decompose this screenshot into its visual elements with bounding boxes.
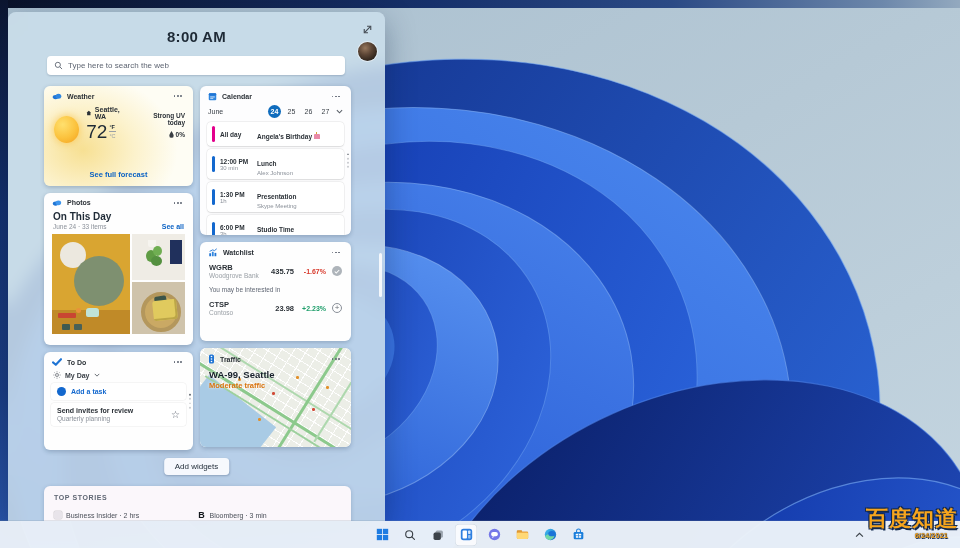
photo-grid bbox=[44, 234, 193, 334]
precipitation-value: 0% bbox=[176, 131, 185, 138]
photo-thumbnail[interactable] bbox=[52, 234, 130, 334]
watchlist-widget-icon bbox=[208, 248, 218, 257]
event-color-bar bbox=[212, 189, 215, 205]
expand-panel-button[interactable] bbox=[358, 20, 376, 38]
widget-title: Photos bbox=[67, 199, 91, 206]
story-source: Bloomberg · 3 min bbox=[210, 512, 267, 519]
added-check-icon[interactable] bbox=[332, 266, 342, 276]
todo-widget[interactable]: To Do My Day bbox=[44, 352, 193, 450]
plus-icon: + bbox=[57, 387, 66, 396]
stock-row[interactable]: WGRB Woodgrove Bank 435.75 -1.67% bbox=[200, 259, 351, 283]
widget-title: Traffic bbox=[220, 356, 241, 363]
widgets-grid: Weather Seattle, WA bbox=[44, 86, 351, 450]
home-location-icon bbox=[86, 110, 92, 116]
traffic-status: Moderate traffic bbox=[200, 380, 351, 391]
widget-menu-button[interactable] bbox=[171, 358, 185, 366]
taskbar-search-button[interactable] bbox=[400, 524, 421, 545]
edge-browser-button[interactable] bbox=[540, 524, 561, 545]
sun-icon bbox=[53, 371, 61, 379]
weather-location: Seattle, WA bbox=[95, 106, 131, 120]
widget-menu-button[interactable] bbox=[171, 92, 185, 100]
chat-button[interactable] bbox=[484, 524, 505, 545]
screen-left-edge bbox=[0, 0, 8, 521]
traffic-widget-icon bbox=[208, 354, 215, 364]
chevron-down-icon[interactable] bbox=[336, 109, 343, 114]
stock-symbol: WGRB bbox=[209, 263, 259, 272]
suggestion-label: You may be interested in bbox=[200, 283, 351, 296]
sunny-icon bbox=[54, 116, 79, 143]
todo-widget-icon bbox=[52, 358, 62, 366]
stock-price: 435.75 bbox=[271, 267, 294, 276]
weather-widget-icon bbox=[52, 92, 62, 100]
add-task-button[interactable]: + Add a task bbox=[51, 383, 186, 400]
calendar-widget[interactable]: Calendar June 24 25 26 27 bbox=[200, 86, 351, 235]
panel-scrollbar[interactable] bbox=[379, 253, 382, 297]
widgets-icon bbox=[459, 528, 473, 542]
my-day-selector[interactable]: My Day bbox=[44, 368, 193, 383]
date-pill[interactable]: 27 bbox=[319, 105, 332, 118]
widget-menu-button[interactable] bbox=[171, 199, 185, 207]
photos-meta: June 24 · 33 items bbox=[53, 223, 106, 230]
search-icon bbox=[404, 528, 417, 541]
task-view-button[interactable] bbox=[428, 524, 449, 545]
desktop: 8:00 AM bbox=[0, 0, 960, 548]
taskbar bbox=[0, 521, 960, 548]
search-icon bbox=[54, 61, 63, 70]
widget-title: Watchlist bbox=[223, 249, 254, 256]
file-explorer-button[interactable] bbox=[512, 524, 533, 545]
stock-company: Contoso bbox=[209, 309, 233, 316]
widget-menu-button[interactable] bbox=[329, 249, 343, 257]
date-pill[interactable]: 25 bbox=[285, 105, 298, 118]
photo-thumbnail[interactable] bbox=[132, 234, 185, 280]
start-button[interactable] bbox=[372, 524, 393, 545]
traffic-widget[interactable]: Traffic WA-99, Seattle Moderate traffic bbox=[200, 348, 351, 447]
photos-widget[interactable]: Photos On This Day June 24 · 33 items Se… bbox=[44, 193, 193, 345]
stock-symbol: CTSP bbox=[209, 300, 233, 309]
task-subtitle: Quarterly planning bbox=[57, 415, 133, 422]
news-story[interactable]: Business Insider · 2 hrs bbox=[54, 511, 198, 519]
todo-scroll-dots bbox=[189, 394, 191, 409]
calendar-event[interactable]: 12:00 PM30 min LunchAlex Johnson bbox=[207, 149, 344, 179]
web-search-bar[interactable] bbox=[47, 56, 345, 75]
task-item[interactable]: Send invites for review Quarterly planni… bbox=[51, 403, 186, 426]
stock-row[interactable]: CTSP Contoso 23.98 +2.23% + bbox=[200, 296, 351, 320]
date-pill[interactable]: 26 bbox=[302, 105, 315, 118]
store-icon bbox=[571, 528, 585, 542]
date-strip: 24 25 26 27 bbox=[268, 105, 343, 118]
screen-top-edge bbox=[0, 0, 960, 8]
date-pill-selected[interactable]: 24 bbox=[268, 105, 281, 118]
event-list: All day Angela's Birthday 12:00 PM30 min… bbox=[200, 122, 351, 235]
news-story[interactable]: B Bloomberg · 3 min bbox=[198, 511, 342, 519]
traffic-heading: WA-99, Seattle bbox=[200, 366, 351, 380]
stock-change: -1.67% bbox=[294, 268, 326, 275]
star-icon[interactable]: ☆ bbox=[171, 410, 180, 420]
see-all-link[interactable]: See all bbox=[162, 223, 184, 230]
microsoft-store-button[interactable] bbox=[568, 524, 589, 545]
search-input[interactable] bbox=[68, 61, 338, 70]
edge-icon bbox=[543, 528, 557, 542]
widgets-button[interactable] bbox=[456, 524, 477, 545]
windows-logo-icon bbox=[375, 528, 389, 542]
tray-chevron-up-icon[interactable] bbox=[851, 527, 867, 543]
unit-toggle[interactable]: °F °C bbox=[109, 124, 115, 139]
task-title: Send invites for review bbox=[57, 407, 133, 414]
photo-thumbnail[interactable] bbox=[132, 282, 185, 334]
weather-widget[interactable]: Weather Seattle, WA bbox=[44, 86, 193, 186]
calendar-event[interactable]: 1:30 PM1h PresentationSkype Meeting bbox=[207, 182, 344, 212]
user-avatar[interactable] bbox=[358, 42, 377, 61]
task-view-icon bbox=[432, 528, 445, 541]
calendar-event[interactable]: 6:00 PM3h Studio TimeConf Rm 32/35 bbox=[207, 215, 344, 235]
see-full-forecast-link[interactable]: See full forecast bbox=[44, 170, 193, 179]
widget-title: Calendar bbox=[222, 93, 252, 100]
photos-widget-icon bbox=[52, 199, 62, 206]
widget-menu-button[interactable] bbox=[329, 93, 343, 101]
add-to-watchlist-icon[interactable]: + bbox=[332, 303, 342, 313]
widget-title: To Do bbox=[67, 359, 86, 366]
watchlist-widget[interactable]: Watchlist WGRB Woodgrove Bank 435.75 -1.… bbox=[200, 242, 351, 341]
add-widgets-button[interactable]: Add widgets bbox=[164, 458, 230, 475]
calendar-scroll-dots bbox=[347, 153, 349, 168]
event-color-bar bbox=[212, 222, 215, 235]
stock-company: Woodgrove Bank bbox=[209, 272, 259, 279]
calendar-event[interactable]: All day Angela's Birthday bbox=[207, 122, 344, 146]
widget-menu-button[interactable] bbox=[329, 355, 343, 363]
